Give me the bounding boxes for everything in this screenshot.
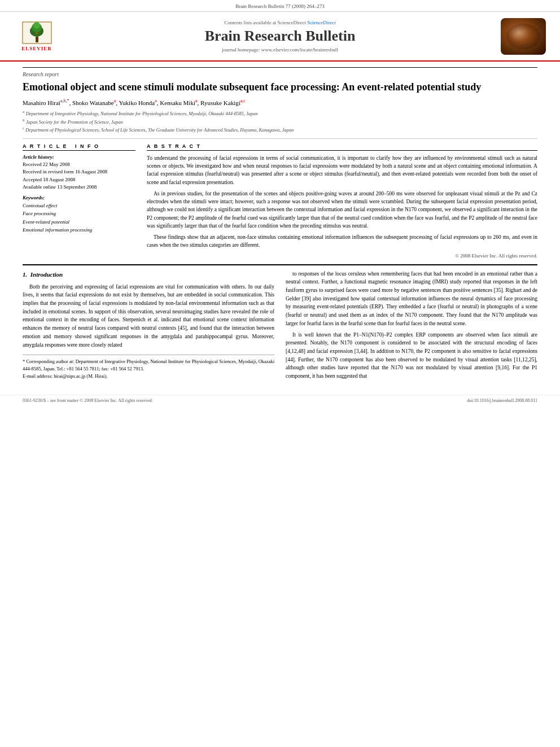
- received-date: Received 22 May 2008: [23, 161, 135, 169]
- affiliation-a: a Department of Integrative Physiology, …: [23, 109, 537, 117]
- available-date: Available online 13 September 2008: [23, 184, 135, 191]
- affiliations: a Department of Integrative Physiology, …: [23, 109, 537, 134]
- header-center: Contents lists available at ScienceDirec…: [62, 20, 498, 52]
- info-abstract-section: A R T I C L E I N F O Article history: R…: [23, 143, 537, 259]
- keyword-4: Emotional information processing: [23, 226, 135, 234]
- sciencedirect-line: Contents lists available at ScienceDirec…: [73, 20, 487, 25]
- abstract-header: A B S T R A C T: [147, 143, 537, 151]
- abstract-text: To understand the processing of facial e…: [147, 154, 537, 250]
- footer-issn: 0361-9230/$ – see front matter © 2008 El…: [23, 398, 153, 403]
- svg-rect-2: [36, 37, 38, 42]
- body-section: 1. Introduction Both the perceiving and …: [23, 270, 537, 383]
- copyright: © 2008 Elsevier Inc. All rights reserved…: [147, 253, 537, 259]
- revised-date: Received in revised form 16 August 2008: [23, 168, 135, 176]
- footnote-email: E-mail address: hirai@nips.ac.jp (M. Hir…: [23, 373, 274, 380]
- intro-p3: It is well known that the P1–N1(N170)–P2…: [286, 331, 537, 381]
- authors: Masahiro Hiraia,b,*, Shoko Watanabea, Yu…: [23, 98, 537, 106]
- abstract-col: A B S T R A C T To understand the proces…: [147, 143, 537, 259]
- article-content: Research report Emotional object and sce…: [0, 62, 560, 389]
- intro-title: Introduction: [30, 271, 63, 278]
- divider-1: [23, 138, 537, 139]
- keywords-list: Contextual effect Face processing Event-…: [23, 202, 135, 234]
- affiliation-c: c Department of Physiological Sciences, …: [23, 125, 537, 134]
- page-footer: 0361-9230/$ – see front matter © 2008 El…: [0, 395, 560, 406]
- report-type: Research report: [23, 67, 537, 77]
- journal-homepage: journal homepage: www.elsevier.com/locat…: [73, 47, 487, 53]
- article-info-col: A R T I C L E I N F O Article history: R…: [23, 143, 135, 259]
- page: Brain Research Bulletin 77 (2008) 264–27…: [0, 0, 560, 747]
- elsevier-logo: ELSEVIER: [21, 21, 53, 51]
- article-info-header: A R T I C L E I N F O: [23, 143, 135, 151]
- keywords-label: Keywords:: [23, 195, 135, 200]
- journal-ref-text: Brain Research Bulletin 77 (2008) 264–27…: [235, 3, 325, 9]
- brain-image-icon: [501, 18, 546, 55]
- keyword-3: Event-related potential: [23, 218, 135, 226]
- elsevier-label: ELSEVIER: [21, 46, 52, 51]
- footnote-section: * Corresponding author at: Department of…: [23, 355, 274, 379]
- accepted-date: Accepted 18 August 2008: [23, 176, 135, 184]
- elsevier-logo-left: ELSEVIER: [11, 16, 62, 56]
- affiliation-b: b Japan Society for the Promotion of Sci…: [23, 117, 537, 126]
- abstract-p1: To understand the processing of facial e…: [147, 154, 537, 186]
- keyword-1: Contextual effect: [23, 202, 135, 209]
- abstract-p2: As in previous studies, for the presenta…: [147, 190, 537, 230]
- brain-research-logo: [498, 16, 549, 56]
- article-title: Emotional object and scene stimuli modul…: [23, 81, 537, 94]
- intro-heading: 1. Introduction: [23, 270, 274, 279]
- footnote-corresponding: * Corresponding author at: Department of…: [23, 358, 274, 373]
- intro-number: 1.: [23, 271, 27, 278]
- sciencedirect-link[interactable]: ScienceDirect: [307, 20, 335, 25]
- svg-point-5: [33, 22, 40, 29]
- header-banner: ELSEVIER Contents lists available at Sci…: [0, 12, 560, 62]
- intro-p2: to responses of the locus ceruleus when …: [286, 270, 537, 328]
- journal-title: Brain Research Bulletin: [73, 27, 487, 45]
- divider-2: [23, 264, 537, 265]
- intro-p1: Both the perceiving and expressing of fa…: [23, 283, 274, 350]
- svg-point-6: [36, 32, 38, 34]
- abstract-p3: These findings show that an adjacent, no…: [147, 233, 537, 250]
- elsevier-tree-icon: [21, 21, 53, 45]
- history-label: Article history:: [23, 154, 135, 160]
- footer-doi: doi:10.1016/j.brainresbull.2008.08.011: [467, 398, 537, 403]
- history-dates: Received 22 May 2008 Received in revised…: [23, 161, 135, 191]
- body-left-col: 1. Introduction Both the perceiving and …: [23, 270, 274, 383]
- keyword-2: Face processing: [23, 209, 135, 217]
- sciencedirect-text: Contents lists available at ScienceDirec…: [224, 20, 306, 25]
- body-right-col: to responses of the locus ceruleus when …: [286, 270, 537, 383]
- journal-reference: Brain Research Bulletin 77 (2008) 264–27…: [0, 0, 560, 12]
